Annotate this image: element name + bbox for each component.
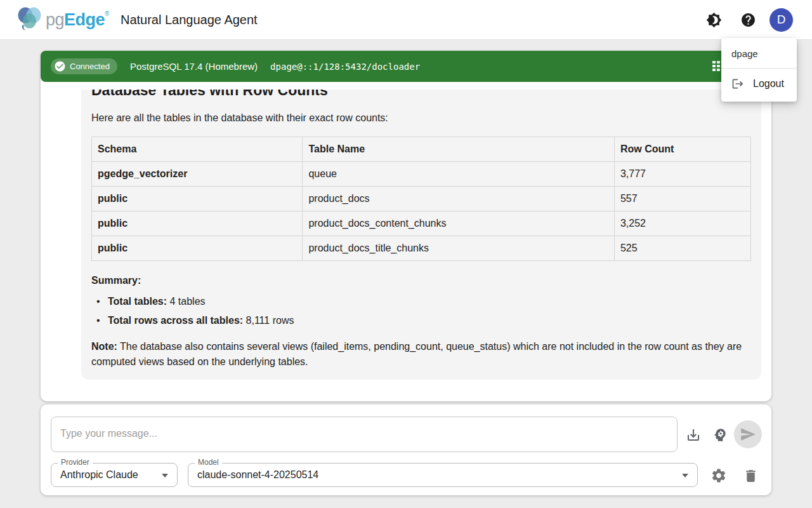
provider-label: Provider <box>58 458 93 467</box>
pgedge-logo: pgEdge® <box>14 6 109 34</box>
col-header-table-name: Table Name <box>303 137 614 162</box>
table-row: pgedge_vectorizer queue 3,777 <box>92 162 751 187</box>
cell-schema: pgedge_vectorizer <box>92 162 303 187</box>
user-menu: dpage Logout <box>721 38 797 102</box>
summary-heading: Summary: <box>91 275 751 286</box>
user-avatar[interactable]: D <box>769 8 793 32</box>
chevron-down-icon <box>682 474 688 478</box>
app-header: pgEdge® Natural Language Agent D <box>0 0 812 40</box>
cell-table-name: product_docs_content_chunks <box>303 211 614 236</box>
model-select[interactable]: Model claude-sonnet-4-20250514 <box>188 463 698 487</box>
brightness-icon <box>706 12 722 28</box>
cell-row-count: 557 <box>614 187 750 211</box>
header-actions: D <box>701 7 793 32</box>
help-button[interactable] <box>735 7 761 32</box>
col-header-row-count: Row Count <box>614 137 750 162</box>
cell-row-count: 3,777 <box>614 162 750 187</box>
chat-panel: Connected PostgreSQL 17.4 (Homebrew) dpa… <box>41 51 771 401</box>
cell-schema: public <box>92 187 303 211</box>
clear-chat-button[interactable] <box>739 464 762 487</box>
chevron-down-icon <box>162 474 168 478</box>
psychology-icon <box>712 427 728 443</box>
list-item: Total tables: 4 tables <box>96 294 751 309</box>
message-scroll-area[interactable]: Database Tables with Row Counts Here are… <box>41 90 771 401</box>
message-note: Note: The database also contains several… <box>91 339 751 370</box>
trash-icon <box>743 468 759 484</box>
summary-list: Total tables: 4 tables Total rows across… <box>96 294 751 328</box>
page-title: Natural Language Agent <box>121 13 258 27</box>
connection-banner: Connected PostgreSQL 17.4 (Homebrew) dpa… <box>41 51 771 82</box>
avatar-letter: D <box>777 13 786 27</box>
download-icon <box>686 427 701 443</box>
cell-schema: public <box>92 211 303 236</box>
message-input[interactable] <box>51 417 678 452</box>
server-version: PostgreSQL 17.4 (Homebrew) <box>130 61 258 72</box>
table-header-row: Schema Table Name Row Count <box>92 137 751 162</box>
message-intro: Here are all the tables in the database … <box>91 110 751 125</box>
menu-divider <box>721 68 797 69</box>
table-row: public product_docs_content_chunks 3,252 <box>92 211 751 236</box>
table-row: public product_docs_title_chunks 525 <box>92 236 751 261</box>
cell-row-count: 3,252 <box>614 211 750 236</box>
row-counts-table: Schema Table Name Row Count pgedge_vecto… <box>91 137 751 261</box>
logout-label: Logout <box>753 78 784 90</box>
ai-reasoning-button[interactable] <box>709 424 731 446</box>
gear-icon <box>710 467 727 484</box>
download-button[interactable] <box>683 424 704 446</box>
menu-username: dpage <box>721 43 797 65</box>
send-icon <box>740 426 756 443</box>
connection-status-badge: Connected <box>51 58 117 74</box>
message-heading: Database Tables with Row Counts <box>91 90 751 100</box>
pgedge-logo-icon <box>14 6 47 34</box>
composer-panel: Provider Anthropic Claude Model claude-s… <box>41 404 771 495</box>
logout-menu-item[interactable]: Logout <box>721 71 797 97</box>
cell-table-name: product_docs_title_chunks <box>303 236 614 261</box>
settings-button[interactable] <box>707 464 730 487</box>
cell-schema: public <box>92 236 303 261</box>
connection-status-label: Connected <box>70 62 110 71</box>
list-item: Total rows across all tables: 8,111 rows <box>96 313 751 328</box>
connection-string: dpage@::1/128:5432/docloader <box>270 62 420 72</box>
check-circle-icon <box>54 60 66 72</box>
assistant-message: Database Tables with Row Counts Here are… <box>81 90 761 380</box>
model-label: Model <box>195 458 222 467</box>
model-value: claude-sonnet-4-20250514 <box>197 469 318 481</box>
theme-toggle-button[interactable] <box>701 7 726 32</box>
provider-value: Anthropic Claude <box>60 469 138 481</box>
provider-select[interactable]: Provider Anthropic Claude <box>51 463 178 487</box>
pgedge-wordmark: pgEdge® <box>46 10 109 30</box>
cell-row-count: 525 <box>614 236 750 261</box>
col-header-schema: Schema <box>92 137 303 162</box>
help-icon <box>740 12 756 28</box>
send-button[interactable] <box>734 420 762 448</box>
table-row: public product_docs 557 <box>92 187 751 211</box>
logout-icon <box>731 77 744 90</box>
cell-table-name: product_docs <box>303 187 614 211</box>
cell-table-name: queue <box>303 162 614 187</box>
